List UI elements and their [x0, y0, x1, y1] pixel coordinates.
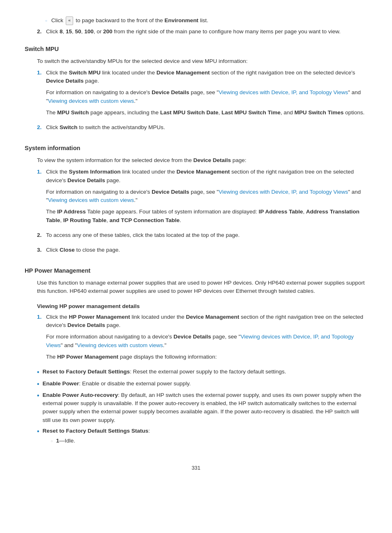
- page-content: ○ Click « to page backward to the front …: [25, 16, 367, 472]
- bullet-item-reset-status: • Reset to Factory Default Settings Stat…: [37, 427, 367, 448]
- section-intro: To switch the active/standby MPUs for th…: [37, 57, 367, 65]
- item-content: Click the HP Power Management link locat…: [46, 313, 367, 364]
- item-content: Click Close to close the page.: [46, 246, 120, 257]
- section-intro: Use this function to manage external pow…: [37, 279, 367, 296]
- item-content: Reset to Factory Default Settings Status…: [43, 427, 150, 448]
- item-number: 2.: [37, 123, 43, 135]
- section-heading-hp-power: HP Power Management: [25, 266, 367, 276]
- numbered-item-2: 2. Click Switch to switch the active/sta…: [37, 123, 367, 135]
- item-content: To access any one of these tables, click…: [46, 231, 240, 243]
- numbered-item-1: 1. Click the HP Power Management link lo…: [37, 313, 367, 364]
- item-number: 3.: [37, 246, 43, 257]
- item-text: Enable Power Auto-recovery: By default, …: [43, 391, 367, 424]
- item-content: Click Switch to switch the active/standb…: [46, 123, 165, 135]
- numbered-item-3: 3. Click Close to close the page.: [37, 246, 367, 257]
- page-number: 331: [25, 464, 367, 472]
- top-section: ○ Click « to page backward to the front …: [25, 16, 367, 25]
- section-intro: To view the system information for the s…: [37, 156, 367, 165]
- bullet-dot-icon: •: [37, 368, 39, 377]
- numbered-item-2: 2. To access any one of these tables, cl…: [37, 231, 367, 243]
- link-viewing-custom-views[interactable]: Viewing devices with custom views: [48, 98, 134, 104]
- section-heading-switch-mpu: Switch MPU: [25, 45, 367, 54]
- list-item: ○ 1—Idle.: [51, 437, 150, 445]
- switch-mpu-section: Switch MPU To switch the active/standby …: [25, 45, 367, 135]
- item-number: 1.: [37, 313, 43, 364]
- bullet-dot-icon: •: [37, 380, 39, 389]
- item-text: Click « to page backward to the front of…: [51, 16, 208, 25]
- item-content: Click the Switch MPU link located under …: [46, 69, 367, 120]
- numbered-item-2: 2. Click 8, 15, 50, 100, or 200 from the…: [37, 28, 367, 36]
- item-number: 1.: [37, 69, 43, 120]
- item-number: 2.: [37, 28, 43, 36]
- para: The MPU Switch page appears, including t…: [46, 109, 367, 117]
- item-content: Click the System Information link locate…: [46, 168, 367, 228]
- item-number: 1.: [37, 168, 43, 228]
- para: Click Switch to switch the active/standb…: [46, 123, 165, 132]
- numbered-item-1: 1. Click the Switch MPU link located und…: [37, 69, 367, 120]
- link-viewing-custom-views-3[interactable]: Viewing devices with custom views: [77, 342, 163, 348]
- list-item: ○ Click « to page backward to the front …: [45, 16, 367, 25]
- link-viewing-custom-views-2[interactable]: Viewing devices with custom views: [48, 197, 134, 203]
- para: Click the HP Power Management link locat…: [46, 313, 367, 330]
- bullet-circle-icon: ○: [45, 19, 47, 25]
- numbered-item-1: 1. Click the System Information link loc…: [37, 168, 367, 228]
- sub-item: ○ 1—Idle.: [43, 437, 150, 445]
- item-text: Reset to Factory Default Settings Status…: [43, 427, 150, 435]
- para: For information on navigating to a devic…: [46, 188, 367, 205]
- para: The HP Power Management page displays th…: [46, 353, 367, 361]
- para: Click the Switch MPU link located under …: [46, 69, 367, 86]
- item-text: Enable Power: Enable or disable the exte…: [43, 380, 191, 389]
- top-numbered-section: 2. Click 8, 15, 50, 100, or 200 from the…: [25, 28, 367, 36]
- para: For more information about navigating to…: [46, 333, 367, 350]
- item-number: 2.: [37, 231, 43, 243]
- hp-power-management-section: HP Power Management Use this function to…: [25, 266, 367, 447]
- link-viewing-devices-topology[interactable]: Viewing devices with Device, IP, and Top…: [219, 89, 348, 95]
- link-viewing-devices-topology-2[interactable]: Viewing devices with Device, IP, and Top…: [219, 189, 348, 195]
- item-text: Reset to Factory Default Settings: Reset…: [43, 368, 286, 377]
- bullet-item-auto-recovery: • Enable Power Auto-recovery: By default…: [37, 391, 367, 424]
- para: Click the System Information link locate…: [46, 168, 367, 185]
- section-heading-system-info: System information: [25, 144, 367, 153]
- sub-bullet-icon: ○: [51, 439, 53, 445]
- item-text: 1—Idle.: [56, 437, 75, 445]
- bullet-item-reset: • Reset to Factory Default Settings: Res…: [37, 368, 367, 377]
- sub-heading-viewing: Viewing HP power management details: [37, 302, 367, 311]
- para: To access any one of these tables, click…: [46, 231, 240, 239]
- bullet-item-enable-power: • Enable Power: Enable or disable the ex…: [37, 380, 367, 389]
- switch-mpu-content: To switch the active/standby MPUs for th…: [25, 57, 367, 135]
- system-info-content: To view the system information for the s…: [25, 156, 367, 257]
- bullet-dot-icon: •: [37, 427, 39, 448]
- bullet-dot-icon: •: [37, 391, 39, 424]
- system-information-section: System information To view the system in…: [25, 144, 367, 257]
- hp-power-content: Use this function to manage external pow…: [25, 279, 367, 447]
- para: For information on navigating to a devic…: [46, 88, 367, 105]
- back-icon: «: [66, 16, 74, 25]
- para: The IP Address Table page appears. Four …: [46, 208, 367, 225]
- item-text: Click 8, 15, 50, 100, or 200 from the ri…: [46, 28, 341, 36]
- para: Click Close to close the page.: [46, 246, 120, 254]
